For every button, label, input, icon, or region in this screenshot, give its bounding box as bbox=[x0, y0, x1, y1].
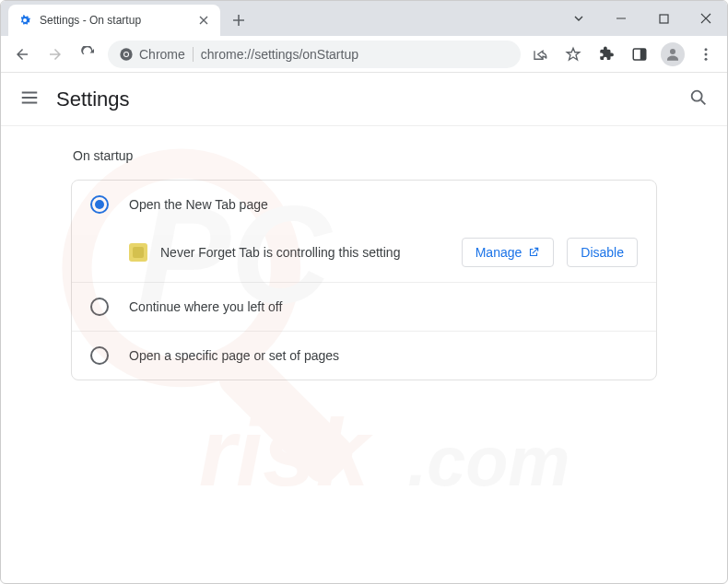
search-icon[interactable] bbox=[688, 88, 709, 111]
forward-button bbox=[41, 41, 69, 68]
radio-label: Open a specific page or set of pages bbox=[129, 348, 339, 363]
profile-button[interactable] bbox=[659, 41, 687, 68]
option-specific-pages[interactable]: Open a specific page or set of pages bbox=[72, 332, 656, 380]
option-continue[interactable]: Continue where you left off bbox=[72, 283, 656, 331]
svg-text:.com: .com bbox=[407, 423, 569, 500]
bookmark-icon[interactable] bbox=[559, 41, 587, 68]
manage-label: Manage bbox=[476, 245, 523, 260]
controlled-text: Never Forget Tab is controlling this set… bbox=[160, 245, 449, 260]
site-info[interactable]: Chrome bbox=[119, 47, 185, 62]
option-open-new-tab[interactable]: Open the New Tab page bbox=[72, 181, 656, 228]
browser-toolbar: Chrome chrome://settings/onStartup bbox=[1, 36, 727, 73]
extension-icon bbox=[129, 243, 147, 262]
svg-point-3 bbox=[124, 53, 128, 56]
window-controls bbox=[558, 1, 727, 36]
page-title: Settings bbox=[56, 88, 130, 111]
svg-point-9 bbox=[705, 57, 708, 60]
divider bbox=[193, 47, 194, 62]
window-titlebar: Settings - On startup bbox=[1, 1, 727, 36]
radio-selected-icon[interactable] bbox=[90, 195, 109, 214]
open-external-icon bbox=[527, 246, 540, 259]
manage-button[interactable]: Manage bbox=[462, 238, 555, 267]
share-icon[interactable] bbox=[526, 41, 554, 68]
hamburger-icon[interactable] bbox=[19, 88, 40, 111]
url-text: chrome://settings/onStartup bbox=[201, 47, 358, 62]
close-icon[interactable] bbox=[196, 13, 211, 28]
radio-label: Continue where you left off bbox=[129, 299, 282, 314]
chevron-down-icon[interactable] bbox=[558, 5, 600, 32]
chrome-icon bbox=[119, 47, 134, 62]
settings-header: Settings bbox=[1, 73, 727, 126]
back-button[interactable] bbox=[8, 41, 36, 68]
radio-icon[interactable] bbox=[90, 298, 109, 316]
avatar-icon bbox=[661, 42, 685, 66]
controlled-by-extension: Never Forget Tab is controlling this set… bbox=[72, 228, 656, 282]
gear-icon bbox=[18, 13, 32, 28]
extensions-icon[interactable] bbox=[593, 41, 620, 68]
maximize-button[interactable] bbox=[642, 5, 685, 32]
browser-tab[interactable]: Settings - On startup bbox=[8, 5, 220, 36]
svg-point-10 bbox=[692, 90, 702, 100]
svg-point-7 bbox=[705, 48, 708, 51]
close-button[interactable] bbox=[685, 5, 727, 32]
svg-rect-5 bbox=[640, 49, 646, 60]
disable-button[interactable]: Disable bbox=[567, 238, 638, 267]
svg-point-6 bbox=[670, 49, 675, 54]
reload-button[interactable] bbox=[75, 41, 102, 68]
svg-rect-0 bbox=[660, 15, 668, 23]
disable-label: Disable bbox=[581, 245, 624, 260]
new-tab-button[interactable] bbox=[226, 7, 252, 33]
startup-card: Open the New Tab page Never Forget Tab i… bbox=[71, 180, 657, 380]
radio-icon[interactable] bbox=[90, 346, 109, 365]
address-bar[interactable]: Chrome chrome://settings/onStartup bbox=[108, 41, 521, 68]
secure-label: Chrome bbox=[139, 47, 185, 62]
svg-text:risk: risk bbox=[199, 399, 374, 506]
settings-content: On startup Open the New Tab page Never F… bbox=[1, 126, 727, 403]
svg-point-8 bbox=[705, 53, 708, 55]
sidepanel-icon[interactable] bbox=[626, 41, 653, 68]
menu-button[interactable] bbox=[692, 41, 720, 68]
section-title: On startup bbox=[73, 148, 657, 163]
tab-title: Settings - On startup bbox=[40, 14, 189, 27]
minimize-button[interactable] bbox=[600, 5, 642, 32]
radio-label: Open the New Tab page bbox=[129, 197, 268, 212]
